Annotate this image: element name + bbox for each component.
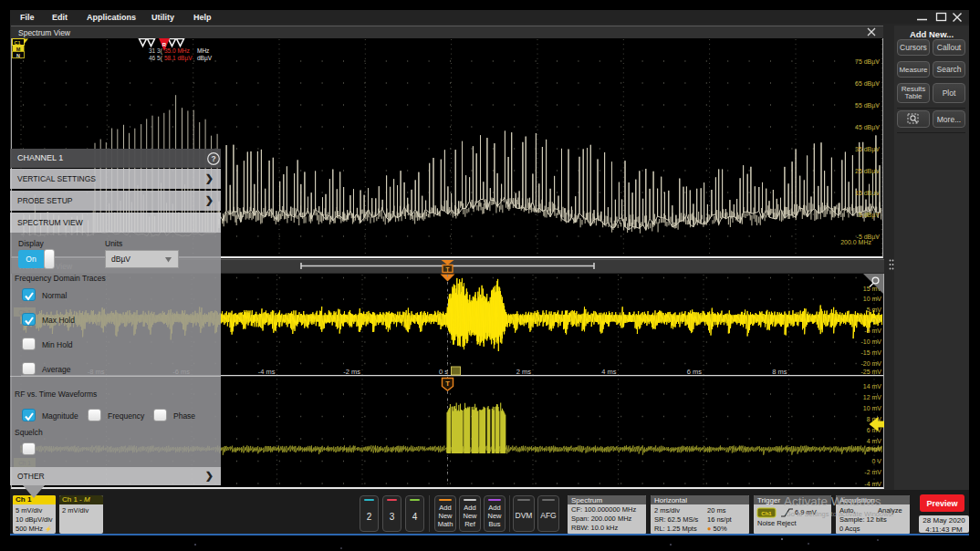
svg-text:2 mV: 2 mV [867,446,882,452]
svg-text:58.1 dBµV: 58.1 dBµV [164,55,193,62]
svg-text:35 dBµV: 35 dBµV [855,146,880,153]
svg-text:-4 ms: -4 ms [258,368,276,376]
svg-text:4 ms: 4 ms [601,368,617,376]
svg-text:T: T [445,379,450,388]
svg-text:45 dBµV: 45 dBµV [855,124,880,131]
svg-text:C1: C1 [14,40,20,46]
svg-text:-10 mV: -10 mV [860,338,881,345]
svg-text:75 dBµV: 75 dBµV [855,58,880,66]
svg-text:14 mV: 14 mV [863,383,882,390]
svg-text:0 V: 0 V [871,458,881,464]
svg-text:8 ms: 8 ms [772,368,787,376]
svg-text:-15 mV: -15 mV [860,349,881,356]
svg-text:55 dBµV: 55 dBµV [855,102,880,109]
svg-text:-2 mV: -2 mV [864,469,881,475]
svg-text:15 dBµV: 15 dBµV [855,190,880,197]
svg-text:Ch1: Ch1 [761,511,772,516]
svg-text:25 dBµV: 25 dBµV [855,168,880,175]
svg-text:-5 mV: -5 mV [864,327,881,334]
svg-text:0 s: 0 s [439,368,448,376]
svg-text:31 3(: 31 3( [149,47,163,55]
svg-text:dBµV: dBµV [197,55,213,62]
svg-text:5 mV: 5 mV [867,307,882,313]
svg-text:6 ms: 6 ms [687,368,703,376]
svg-text:M: M [16,47,21,52]
svg-text:-2 ms: -2 ms [343,368,360,376]
svg-text:46 5(: 46 5( [149,55,163,62]
svg-text:12 mV: 12 mV [863,394,882,400]
svg-text:?: ? [211,154,215,163]
svg-text:T: T [446,266,450,273]
svg-text:200.0 MHz: 200.0 MHz [840,239,871,245]
svg-text:2 ms: 2 ms [516,368,532,376]
svg-text:-20 mV: -20 mV [860,360,881,367]
svg-text:5 dBµV: 5 dBµV [859,212,880,219]
svg-text:-4 mV: -4 mV [864,481,881,487]
svg-text:65 dBµV: 65 dBµV [855,80,880,88]
svg-text:0 V: 0 V [871,317,881,324]
svg-text:4 mV: 4 mV [867,438,882,444]
svg-text:MHz: MHz [197,47,209,54]
svg-text:10 mV: 10 mV [863,405,882,411]
svg-text:N: N [16,53,20,58]
svg-text:R: R [162,42,167,47]
svg-text:-25 mV: -25 mV [860,369,881,375]
svg-text:35.0 MHz: 35.0 MHz [164,47,190,54]
svg-text:10 mV: 10 mV [863,296,882,302]
